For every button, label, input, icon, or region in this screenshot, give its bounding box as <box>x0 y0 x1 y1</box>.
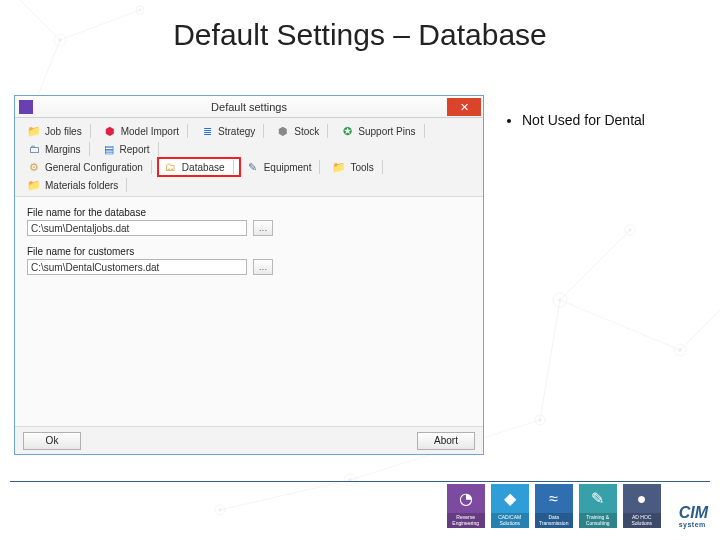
tab-stock-label: Stock <box>294 126 319 137</box>
tab-tools-icon: 📁 <box>332 161 346 173</box>
footer-tile-icon: ✎ <box>579 484 617 513</box>
footer-tile-label: Reverse Engineering <box>447 513 485 528</box>
svg-point-10 <box>674 344 686 356</box>
slide-title: Default Settings – Database <box>0 18 720 52</box>
tab-report-icon: ▤ <box>102 143 116 155</box>
tab-strategy-icon: ≣ <box>200 125 214 137</box>
tab-report-label: Report <box>120 144 150 155</box>
dialog-title: Default settings <box>15 101 483 113</box>
tab-strategy-label: Strategy <box>218 126 255 137</box>
svg-point-16 <box>215 505 225 515</box>
svg-point-5 <box>139 9 141 11</box>
app-icon <box>19 100 33 114</box>
footer-logos: ◔Reverse Engineering◆CAD/CAM Solutions≈D… <box>447 484 708 528</box>
footer-tile: ◆CAD/CAM Solutions <box>491 484 529 528</box>
database-file-input[interactable] <box>27 220 247 236</box>
browse-customers-button[interactable]: … <box>253 259 273 275</box>
tab-margins[interactable]: 🗀Margins <box>21 140 96 158</box>
footer-tile: ●AD HOC Solutions <box>623 484 661 528</box>
customers-file-input[interactable] <box>27 259 247 275</box>
slide-notes: Not Used for Dental <box>504 112 704 128</box>
tab-equipment-icon: ✎ <box>246 161 260 173</box>
svg-point-4 <box>136 6 144 14</box>
svg-point-13 <box>539 419 541 421</box>
tab-equipment[interactable]: ✎Equipment <box>240 158 327 176</box>
tab-report[interactable]: ▤Report <box>96 140 165 158</box>
footer-tile-label: CAD/CAM Solutions <box>491 513 529 528</box>
footer-tile-label: Data Transmission <box>535 513 573 528</box>
tab-job-files-icon: 📁 <box>27 125 41 137</box>
footer-rule <box>10 481 710 482</box>
footer-tile-icon: ≈ <box>535 484 573 513</box>
note-bullet: Not Used for Dental <box>522 112 704 128</box>
footer-tile: ✎Training & Consulting <box>579 484 617 528</box>
tab-tools[interactable]: 📁Tools <box>326 158 388 176</box>
tab-strategy[interactable]: ≣Strategy <box>194 122 270 140</box>
tab-tools-label: Tools <box>350 162 373 173</box>
svg-point-8 <box>625 225 635 235</box>
default-settings-dialog: Default settings ✕ 📁Job files⬢Model Impo… <box>14 95 484 455</box>
tab-database[interactable]: 🗂Database <box>158 158 240 176</box>
footer-tile-icon: ◆ <box>491 484 529 513</box>
abort-button[interactable]: Abort <box>417 432 475 450</box>
tab-support-pins-label: Support Pins <box>358 126 415 137</box>
tab-model-import-icon: ⬢ <box>103 125 117 137</box>
footer-tile: ≈Data Transmission <box>535 484 573 528</box>
svg-line-23 <box>540 300 560 420</box>
database-tab-panel: File name for the database … File name f… <box>15 197 483 426</box>
tab-job-files-label: Job files <box>45 126 82 137</box>
brand-name: CIM <box>679 505 708 521</box>
tab-strip: 📁Job files⬢Model Import≣Strategy⬢Stock✪S… <box>15 118 483 197</box>
tab-margins-icon: 🗀 <box>27 143 41 155</box>
customers-file-label: File name for customers <box>27 246 471 257</box>
brand-subtitle: system <box>679 521 706 528</box>
ok-button[interactable]: Ok <box>23 432 81 450</box>
tab-stock-icon: ⬢ <box>276 125 290 137</box>
database-file-label: File name for the database <box>27 207 471 218</box>
tab-general-config[interactable]: ⚙General Configuration <box>21 158 158 176</box>
tab-materials-label: Materials folders <box>45 180 118 191</box>
tab-equipment-label: Equipment <box>264 162 312 173</box>
tab-general-config-icon: ⚙ <box>27 161 41 173</box>
tab-margins-label: Margins <box>45 144 81 155</box>
svg-line-26 <box>680 310 720 350</box>
tab-materials-icon: 📁 <box>27 179 41 191</box>
footer-tile-label: AD HOC Solutions <box>623 513 661 528</box>
dialog-titlebar[interactable]: Default settings ✕ <box>15 96 483 118</box>
footer-tile: ◔Reverse Engineering <box>447 484 485 528</box>
tab-support-pins[interactable]: ✪Support Pins <box>334 122 430 140</box>
footer-tile-icon: ◔ <box>447 484 485 513</box>
svg-point-7 <box>559 299 562 302</box>
dialog-footer: Ok Abort <box>15 426 483 454</box>
tab-model-import-label: Model Import <box>121 126 179 137</box>
tab-job-files[interactable]: 📁Job files <box>21 122 97 140</box>
tab-materials[interactable]: 📁Materials folders <box>21 176 133 194</box>
svg-point-11 <box>679 349 682 352</box>
svg-point-12 <box>535 415 545 425</box>
svg-line-22 <box>560 300 680 350</box>
tab-stock[interactable]: ⬢Stock <box>270 122 334 140</box>
svg-point-6 <box>553 293 567 307</box>
footer-tile-icon: ● <box>623 484 661 513</box>
tab-database-icon: 🗂 <box>164 161 178 173</box>
svg-line-21 <box>560 230 630 300</box>
tab-database-label: Database <box>182 162 225 173</box>
svg-point-14 <box>344 474 356 486</box>
svg-point-17 <box>219 509 221 511</box>
tab-general-config-label: General Configuration <box>45 162 143 173</box>
close-button[interactable]: ✕ <box>447 98 481 116</box>
footer-tile-label: Training & Consulting <box>579 513 617 528</box>
tab-support-pins-icon: ✪ <box>340 125 354 137</box>
tab-model-import[interactable]: ⬢Model Import <box>97 122 194 140</box>
browse-database-button[interactable]: … <box>253 220 273 236</box>
brand-logo: CIM system <box>679 505 708 528</box>
svg-line-25 <box>220 480 350 510</box>
svg-point-9 <box>629 229 631 231</box>
